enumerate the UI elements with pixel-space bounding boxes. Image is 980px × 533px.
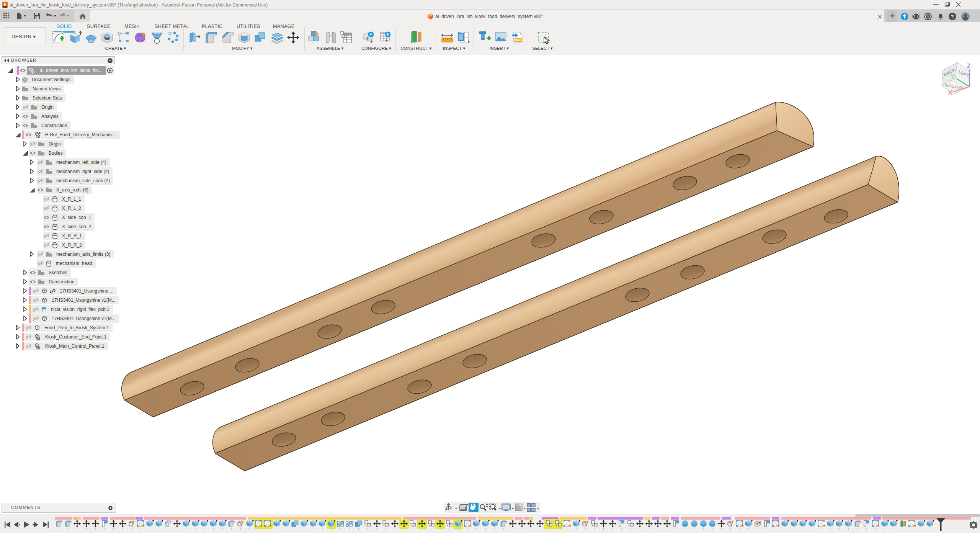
svg-text:?: ? (951, 14, 954, 20)
svg-text:F: F (4, 2, 6, 7)
svg-text:X: X (948, 89, 952, 96)
svg-text:Y: Y (951, 74, 955, 80)
svg-text:Z: Z (967, 62, 970, 70)
